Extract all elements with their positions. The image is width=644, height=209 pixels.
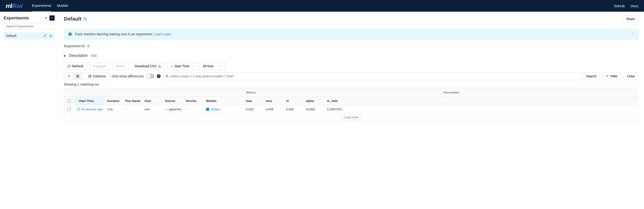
cell-alpha: 0.0001 (303, 105, 324, 113)
filter-icon (606, 75, 609, 78)
cell-l1-ratio: 0.1667333... (324, 105, 345, 113)
logo-flow: flow (12, 2, 22, 10)
description-section: ▶ Description Edit (64, 54, 638, 58)
experiment-name: Default (64, 16, 82, 22)
edit-icon[interactable] (44, 34, 47, 37)
metrics-group-header: Metrics (243, 88, 441, 97)
sort-desc-icon (171, 65, 173, 67)
view-toggle (64, 73, 82, 80)
table-row: ✓ 53 seconds ago 2.0s - root ▭ ipykernel… (64, 105, 638, 114)
main-content: Default Share i Track machine learning t… (58, 12, 644, 125)
header-alpha[interactable]: alpha (303, 97, 324, 105)
header-mae[interactable]: mae (243, 97, 263, 105)
compare-button[interactable]: Compare (90, 62, 110, 70)
search-button[interactable]: Search (582, 73, 600, 80)
chevron-down-icon: ⌄ (220, 65, 222, 68)
search-experiments-input[interactable] (4, 23, 54, 30)
list-icon (67, 75, 70, 78)
refresh-button[interactable]: Refresh (64, 62, 87, 70)
sidebar: Experiments Default (0, 12, 58, 125)
delete-button[interactable]: Delete (112, 62, 128, 70)
parameters-group-header: Parameters (441, 88, 638, 97)
cell-mae: 0.529 (243, 105, 263, 113)
close-banner-button[interactable] (632, 33, 634, 36)
top-nav: ml flow Experiments Models GitHub Docs (0, 0, 644, 12)
showing-count: Showing 1 matching run (64, 83, 638, 86)
svg-rect-2 (85, 19, 86, 20)
clear-button[interactable]: Clear (624, 73, 638, 80)
page-title: Default (64, 16, 87, 22)
header-duration[interactable]: Duration (104, 97, 122, 105)
download-icon (158, 65, 161, 68)
cell-run-name: - (122, 105, 142, 113)
copy-icon[interactable] (83, 17, 87, 21)
columns-button[interactable]: Columns (85, 73, 109, 80)
chevron-down-icon: ⌄ (192, 65, 194, 68)
primary-nav: Experiments Models (32, 0, 68, 12)
header-version[interactable]: Version (183, 97, 203, 105)
info-icon: i (68, 33, 72, 36)
cell-start-time[interactable]: ✓ 53 seconds ago (74, 105, 104, 113)
search-runs-wrap (163, 72, 580, 80)
banner-text: Track machine learning training runs in … (74, 32, 154, 36)
search-icon (166, 75, 169, 78)
collapse-sidebar-button[interactable] (50, 16, 54, 21)
cell-duration: 2.0s (104, 105, 122, 113)
toolbar-row-1: Refresh Compare Delete Download CSV Star… (64, 62, 638, 70)
delete-icon[interactable] (49, 34, 52, 37)
plus-icon (44, 16, 48, 20)
header-user[interactable]: User (142, 97, 162, 105)
mlflow-logo[interactable]: ml flow (6, 2, 23, 10)
nav-experiments[interactable]: Experiments (32, 0, 51, 12)
select-all-checkbox[interactable] (64, 97, 74, 105)
table-icon (76, 75, 79, 78)
load-more-row: Load more (64, 114, 638, 121)
edit-description-link[interactable]: Edit (91, 54, 97, 58)
experiment-id: Experiment ID: 0 (64, 44, 638, 48)
only-diff-toggle[interactable] (146, 74, 154, 79)
expand-description-button[interactable]: ▶ (64, 54, 66, 57)
sort-desc-icon: ↓ (77, 100, 78, 102)
cell-r2: 0.346 (283, 105, 303, 113)
learn-more-link[interactable]: Learn more (154, 32, 171, 36)
header-mse[interactable]: mse (263, 97, 283, 105)
header-l1-ratio[interactable]: l1_ratio (324, 97, 345, 105)
list-view-button[interactable] (64, 73, 73, 80)
cell-source: ▭ ipykernel_ (162, 105, 183, 113)
runs-table: Metrics Parameters ↓Start Time Duration … (64, 88, 638, 121)
filter-button[interactable]: Filter (602, 73, 621, 80)
download-csv-button[interactable]: Download CSV (131, 62, 165, 70)
sidebar-item-default[interactable]: Default (4, 32, 54, 40)
sidebar-title: Experiments (4, 16, 29, 21)
status-success-icon: ✓ (77, 108, 80, 111)
cell-version: - (183, 105, 203, 113)
notebook-icon: ▭ (165, 108, 168, 111)
header-start-time[interactable]: ↓Start Time (74, 97, 104, 105)
close-icon (632, 33, 634, 36)
share-button[interactable]: Share (623, 16, 638, 23)
load-more-button[interactable]: Load more (340, 115, 362, 120)
nav-github[interactable]: GitHub (614, 4, 625, 8)
nav-models[interactable]: Models (57, 0, 68, 12)
time-filter-dropdown[interactable]: All time ⌄ (199, 62, 225, 70)
row-checkbox[interactable] (64, 105, 74, 113)
header-source[interactable]: Source (162, 97, 183, 105)
cell-user: root (142, 105, 162, 113)
help-icon[interactable]: ? (157, 74, 160, 78)
nav-right: GitHub Docs (614, 4, 638, 8)
add-experiment-button[interactable] (44, 16, 48, 20)
header-run-name[interactable]: Run Name (122, 97, 142, 105)
search-runs-input[interactable] (169, 73, 578, 80)
header-r2[interactable]: r2 (283, 97, 303, 105)
description-label: Description (69, 54, 88, 58)
sort-by-dropdown[interactable]: Start Time ⌄ (167, 62, 197, 70)
table-view-button[interactable] (73, 73, 82, 80)
model-icon (206, 108, 209, 111)
sidebar-item-label: Default (6, 34, 16, 38)
refresh-icon (68, 65, 71, 68)
svg-point-18 (166, 75, 168, 77)
svg-point-17 (90, 76, 90, 77)
header-models[interactable]: Models (203, 97, 243, 105)
nav-docs[interactable]: Docs (630, 4, 638, 8)
cell-models[interactable]: sklearn (203, 105, 243, 113)
